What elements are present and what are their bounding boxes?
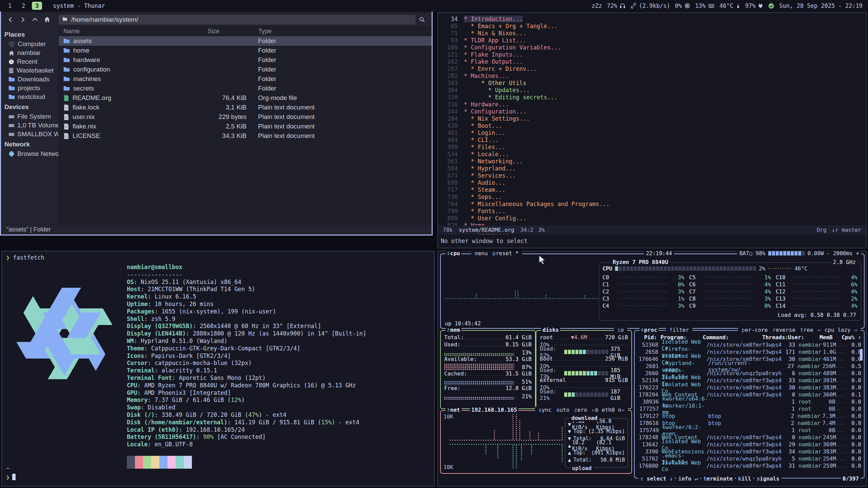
file-row[interactable]: README.org76,4 KiBOrg-mode file xyxy=(59,93,432,103)
clock[interactable]: Sun, 28 Sep 2025 - 22:19 xyxy=(779,2,863,9)
forward-button[interactable] xyxy=(17,14,29,25)
file-row[interactable]: configurationFolder xyxy=(59,65,432,74)
sidebar-item-nambiar[interactable]: nambiar xyxy=(1,48,58,57)
column-type[interactable]: Type xyxy=(255,28,432,35)
btop-button-sync[interactable]: sync xyxy=(536,407,554,413)
proc-row[interactable]: 179127btopbtop2nambiar7.3M0.0 xyxy=(635,412,864,420)
sidebar-item-file-system[interactable]: File System xyxy=(1,112,58,121)
proc-row[interactable]: 176223Isolated Web Co/nix/store/sm8fmrf3… xyxy=(635,384,864,391)
update-interval[interactable]: - 2000ms + xyxy=(827,250,859,257)
btop-window[interactable]: 1cpu menupreset * 22:19:44 BAT○ 98% 0.00… xyxy=(437,251,867,487)
sidebar-item-downloads[interactable]: Downloads xyxy=(1,75,58,84)
column-size[interactable]: Size xyxy=(204,28,255,35)
terminal-window[interactable]: ❯ fastfetch nambiar@smallbox -----------… xyxy=(1,251,435,487)
workspace-1[interactable]: 1 xyxy=(5,2,15,10)
io-toggle[interactable]: io xyxy=(614,327,627,333)
btop-button-tree[interactable]: tree xyxy=(798,327,815,333)
search-button[interactable] xyxy=(416,14,428,25)
sidebar-item-nextcloud[interactable]: nextcloud xyxy=(1,93,58,101)
org-heading-line: 282* Machines... xyxy=(438,73,866,80)
file-row[interactable]: secretsFolder xyxy=(59,84,432,93)
proc-header-user[interactable]: User: xyxy=(785,334,806,341)
download-label: download xyxy=(570,415,599,421)
idle-inhibit-indicator[interactable]: zZz xyxy=(592,2,602,9)
btop-button-terminate[interactable]: terminate xyxy=(701,475,735,482)
btop-button-per-core[interactable]: per-core xyxy=(739,327,770,333)
org-heading-line: 584 * Hyprland... xyxy=(438,165,866,172)
file-name: flake.lock xyxy=(73,104,99,111)
btop-button-preset-[interactable]: preset * xyxy=(491,250,521,257)
proc-row[interactable]: 176000Isolated Web Co/nix/store/sm8fmrf3… xyxy=(635,462,864,469)
sidebar-item-computer[interactable]: Computer xyxy=(1,40,58,48)
disks-box-title[interactable]: disks xyxy=(541,327,560,333)
cpu-box-title[interactable]: 1cpu xyxy=(446,250,461,257)
sidebar-item-recent[interactable]: Recent xyxy=(1,57,58,66)
proc-header-pid[interactable]: Pid: xyxy=(637,334,657,341)
file-row[interactable]: LICENSE34,3 KiBPlain text document xyxy=(59,131,432,141)
workspace-switcher[interactable]: 123 xyxy=(0,2,47,10)
btop-button--cpu-lazy-[interactable]: ← cpu lazy → xyxy=(816,327,859,333)
shell-prompt[interactable]: ❯ xyxy=(6,474,16,481)
btop-button-signals[interactable]: signals xyxy=(754,475,781,482)
proc-header-thr[interactable]: Threads: xyxy=(762,334,785,341)
thunar-statusbar: "assets" | Folder xyxy=(1,224,432,235)
column-name[interactable]: Name xyxy=(59,28,204,35)
btop-button--b-eth0-n-[interactable]: ←b eth0 n→ xyxy=(590,407,627,413)
file-list[interactable]: Name Size Type assetsFolderhomeFolderhar… xyxy=(59,27,432,224)
proc-box-title[interactable]: 4proc xyxy=(639,327,658,333)
sidebar-item-browse-network[interactable]: Browse Network xyxy=(1,149,58,158)
proc-row[interactable]: 13642Isolated Web Co/nix/store/sm8fmrf3w… xyxy=(635,441,864,448)
file-row[interactable]: machinesFolder xyxy=(59,74,432,84)
memory-indicator[interactable]: 13% xyxy=(695,2,715,9)
proc-row[interactable]: 175749kworker/6:2-even1root0B0.0 xyxy=(635,427,864,434)
proc-scrollbar[interactable] xyxy=(860,349,863,361)
core-row-c11: C116% xyxy=(776,281,857,288)
org-buffer[interactable]: 34* Introduction...65 * Emacs + Org + Ta… xyxy=(438,13,866,236)
file-row[interactable]: flake.lock3,1 KiBPlain text document xyxy=(59,103,432,112)
file-list-header[interactable]: Name Size Type xyxy=(59,27,432,36)
home-button[interactable] xyxy=(41,14,53,25)
file-row[interactable]: user.nix229 bytesPlain text document xyxy=(59,112,432,122)
proc-row[interactable]: 177257kworker/10:1-mm_1root0B0.0 xyxy=(635,405,864,412)
org-heading-line: 484 * CLI... xyxy=(438,137,866,144)
net-box-title[interactable]: 3net xyxy=(446,407,461,413)
back-button[interactable] xyxy=(4,14,17,25)
sidebar-item-wastebasket[interactable]: Wastebasket xyxy=(1,66,58,75)
btop-button-reverse[interactable]: reverse xyxy=(770,327,797,333)
btop-button-auto[interactable]: auto xyxy=(554,407,572,413)
up-button[interactable] xyxy=(29,14,41,25)
file-row[interactable]: homeFolder xyxy=(59,46,432,55)
status-bar: 123 system - Thunar zZz 72% (2.9kb/s) 0%… xyxy=(0,0,868,12)
sidebar-item-projects[interactable]: projects xyxy=(1,84,58,93)
file-row[interactable]: flake.nix2,5 KiBPlain text document xyxy=(59,122,432,131)
btop-button-zero[interactable]: zero xyxy=(572,407,589,413)
proc-header-mem[interactable]: MemB xyxy=(807,334,833,341)
btop-button-kill[interactable]: kill xyxy=(736,475,753,482)
btop-button--select-[interactable]: ↑ select ↓ xyxy=(638,475,675,482)
temperature-indicator[interactable]: 46°C xyxy=(719,2,741,9)
mem-box-title[interactable]: 2mem xyxy=(446,327,461,333)
btop-button-menu[interactable]: menu xyxy=(473,250,490,257)
path-bar[interactable]: /home/nambiar/system/ xyxy=(58,14,416,25)
btop-button-filter[interactable]: filter xyxy=(667,327,691,333)
btop-mem-box: 2mem Total:61.4 GiB Used:8.15 GiB13%Avai… xyxy=(440,330,536,409)
nixos-logo xyxy=(2,262,127,469)
sidebar-item-1-0-tb-volume[interactable]: 1,0 TB Volume xyxy=(1,121,58,130)
volume-indicator[interactable]: 72% xyxy=(607,2,626,9)
btop-button-info-[interactable]: info ↵ xyxy=(676,475,700,482)
cpu-indicator[interactable]: 0% xyxy=(675,2,690,9)
net-ip: 192.168.10.165 xyxy=(470,407,518,413)
battery-indicator[interactable]: 97% xyxy=(745,2,764,9)
file-row[interactable]: assetsFolder xyxy=(59,36,432,46)
emacs-window[interactable]: 34* Introduction...65 * Emacs + Org + Ta… xyxy=(437,12,867,248)
fetch-entry: Memory: 7.37 GiB / 61.46 GiB (12%) xyxy=(127,396,434,404)
systemd-ok-indicator[interactable] xyxy=(768,3,774,9)
proc-header-cmd[interactable]: Command: xyxy=(703,334,763,341)
proc-header-cpu[interactable]: Cpu% ↑ xyxy=(833,334,861,341)
file-row[interactable]: hardwareFolder xyxy=(59,55,432,65)
workspace-2[interactable]: 2 xyxy=(18,2,28,10)
workspace-3[interactable]: 3 xyxy=(32,2,42,10)
btop-clock: 22:19:44 xyxy=(644,250,674,257)
sidebar-item-smallbox-wi-[interactable]: SMALLBOX Wi... xyxy=(1,130,58,139)
network-indicator[interactable]: (2.9kb/s) xyxy=(630,2,670,9)
